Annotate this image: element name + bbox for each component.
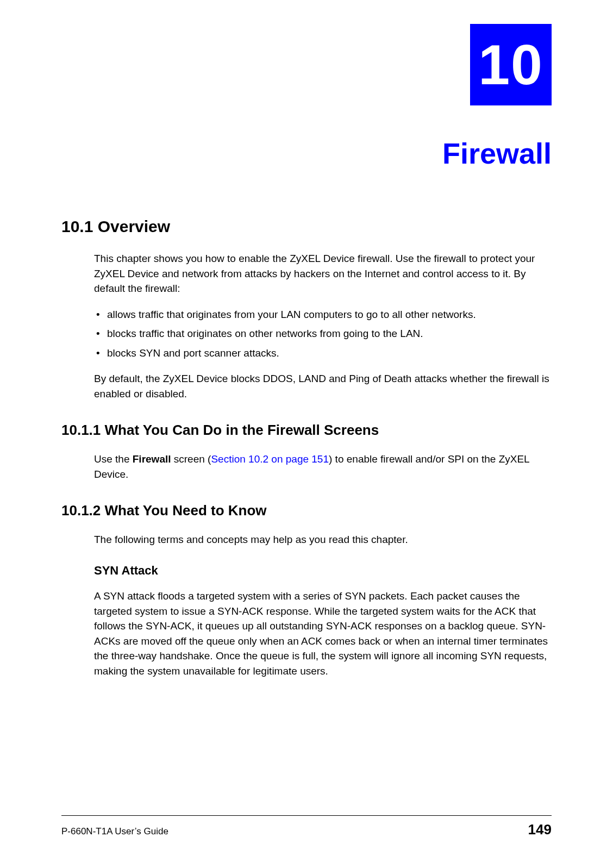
chapter-title: Firewall [442, 136, 552, 170]
what-you-need-body: The following terms and concepts may hel… [94, 532, 552, 678]
list-item: blocks SYN and port scanner attacks. [94, 346, 552, 361]
overview-after-paragraph: By default, the ZyXEL Device blocks DDOS… [94, 371, 552, 401]
footer-guide-title: P-660N-T1A User’s Guide [61, 826, 168, 837]
syn-attack-paragraph: A SYN attack floods a targeted system wi… [94, 589, 552, 678]
text-fragment: screen ( [171, 453, 211, 465]
chapter-number: 10 [478, 33, 543, 97]
page: 10 Firewall 10.1 Overview This chapter s… [0, 0, 613, 868]
what-you-need-intro-paragraph: The following terms and concepts may hel… [94, 532, 552, 547]
section-heading-what-you-need: 10.1.2 What You Need to Know [61, 502, 552, 519]
text-fragment: Use the [94, 453, 133, 465]
overview-body: This chapter shows you how to enable the… [94, 251, 552, 401]
list-item: allows traffic that originates from your… [94, 307, 552, 322]
overview-intro-paragraph: This chapter shows you how to enable the… [94, 251, 552, 296]
firewall-bold-text: Firewall [133, 453, 171, 465]
section-cross-reference-link[interactable]: Section 10.2 on page 151 [211, 453, 329, 465]
what-you-can-do-paragraph: Use the Firewall screen (Section 10.2 on… [94, 452, 552, 482]
content-area: 10.1 Overview This chapter shows you how… [61, 217, 552, 689]
section-heading-what-you-can-do: 10.1.1 What You Can Do in the Firewall S… [61, 422, 552, 439]
syn-attack-heading: SYN Attack [94, 564, 552, 578]
chapter-number-box: 10 [470, 24, 552, 105]
section-heading-overview: 10.1 Overview [61, 217, 552, 236]
page-footer: P-660N-T1A User’s Guide 149 [61, 815, 552, 838]
what-you-can-do-body: Use the Firewall screen (Section 10.2 on… [94, 452, 552, 482]
overview-bullet-list: allows traffic that originates from your… [94, 307, 552, 361]
footer-page-number: 149 [528, 821, 552, 838]
list-item: blocks traffic that originates on other … [94, 326, 552, 341]
